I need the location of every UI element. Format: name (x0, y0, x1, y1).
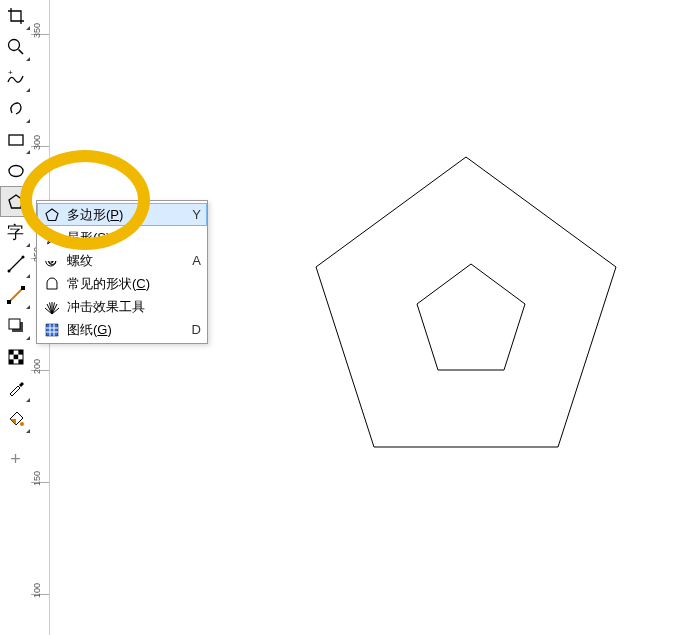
spiral-icon (43, 252, 61, 270)
polygon-icon (6, 192, 26, 212)
add-tool-button[interactable]: + (0, 444, 31, 475)
svg-marker-19 (417, 264, 525, 370)
plus-icon: + (10, 449, 21, 470)
flyout-item-star[interactable]: 星形(S) (37, 226, 207, 249)
crop-icon (6, 6, 26, 26)
svg-rect-12 (9, 350, 14, 355)
flyout-item-label: 常见的形状(C) (67, 275, 201, 293)
flyout-item-shortcut: Y (192, 207, 201, 222)
transparency-icon (6, 347, 26, 367)
flyout-indicator-icon (26, 57, 30, 61)
svg-rect-16 (18, 359, 23, 364)
eyedropper-tool-button[interactable] (0, 372, 31, 403)
connector-tool-button[interactable] (0, 279, 31, 310)
graph-paper-icon (43, 321, 61, 339)
smear-icon (6, 99, 26, 119)
ellipse-tool-button[interactable] (0, 155, 31, 186)
flyout-indicator-icon (26, 429, 30, 433)
flyout-item-shortcut: A (192, 253, 201, 268)
transparency-tool-button[interactable] (0, 341, 31, 372)
polygon-icon (43, 206, 61, 224)
text-tool-button[interactable]: 字 (0, 217, 31, 248)
svg-rect-15 (9, 359, 14, 364)
polygon-flyout-menu: 多边形(P) Y 星形(S) 螺纹 A 常见的形状(C) 冲击效果工具 (36, 200, 208, 344)
flyout-indicator-icon (26, 26, 30, 30)
flyout-indicator-icon (26, 119, 30, 123)
zoom-icon (6, 37, 26, 57)
svg-point-0 (8, 39, 19, 50)
zoom-tool-button[interactable] (0, 31, 31, 62)
pentagon-small[interactable] (411, 258, 531, 378)
flyout-indicator-icon (26, 88, 30, 92)
connector-icon (6, 285, 26, 305)
freehand-tool-button[interactable]: + (0, 62, 31, 93)
svg-rect-10 (9, 319, 20, 329)
flyout-item-polygon[interactable]: 多边形(P) Y (37, 203, 207, 226)
flyout-item-label: 冲击效果工具 (67, 298, 201, 316)
flyout-item-spiral[interactable]: 螺纹 A (37, 249, 207, 272)
line-icon (6, 254, 26, 274)
svg-rect-8 (21, 286, 25, 290)
toolbox: + 字 (0, 0, 31, 635)
flyout-item-graph-paper[interactable]: 图纸(G) D (37, 318, 207, 341)
flyout-indicator-icon (26, 274, 30, 278)
flyout-indicator-icon (26, 181, 30, 185)
flyout-indicator-icon (26, 150, 30, 154)
eyedropper-icon (6, 378, 26, 398)
star-icon (43, 229, 61, 247)
freehand-icon: + (6, 68, 26, 88)
svg-marker-4 (9, 195, 23, 208)
flyout-item-impact[interactable]: 冲击效果工具 (37, 295, 207, 318)
fill-tool-button[interactable] (0, 403, 31, 434)
svg-rect-13 (18, 350, 23, 355)
drop-shadow-icon (6, 316, 26, 336)
svg-marker-21 (45, 231, 59, 243)
svg-point-6 (21, 255, 24, 258)
flyout-item-shortcut: D (192, 322, 201, 337)
flyout-indicator-icon (26, 243, 30, 247)
svg-rect-14 (13, 354, 18, 359)
flyout-indicator-icon (26, 305, 30, 309)
fill-icon (6, 409, 26, 429)
svg-point-5 (7, 269, 10, 272)
crop-tool-button[interactable] (0, 0, 31, 31)
polygon-tool-button[interactable] (0, 186, 31, 217)
drop-shadow-tool-button[interactable] (0, 310, 31, 341)
rectangle-tool-button[interactable] (0, 124, 31, 155)
flyout-indicator-icon (25, 211, 29, 215)
basic-shapes-icon (43, 275, 61, 293)
flyout-item-label: 星形(S) (67, 229, 201, 247)
smear-tool-button[interactable] (0, 93, 31, 124)
rectangle-icon (6, 130, 26, 150)
svg-rect-2 (9, 135, 23, 145)
flyout-item-label: 螺纹 (67, 252, 192, 270)
svg-rect-7 (7, 300, 11, 304)
svg-point-17 (20, 422, 24, 426)
flyout-indicator-icon (26, 336, 30, 340)
flyout-item-basic-shapes[interactable]: 常见的形状(C) (37, 272, 207, 295)
svg-text:+: + (8, 68, 13, 77)
flyout-indicator-icon (26, 398, 30, 402)
svg-marker-20 (46, 209, 58, 221)
svg-rect-22 (46, 324, 58, 336)
svg-point-3 (9, 165, 23, 176)
impact-icon (43, 298, 61, 316)
flyout-item-label: 多边形(P) (67, 206, 192, 224)
text-icon: 字 (7, 221, 24, 244)
line-tool-button[interactable] (0, 248, 31, 279)
ellipse-icon (6, 161, 26, 181)
flyout-item-label: 图纸(G) (67, 321, 192, 339)
